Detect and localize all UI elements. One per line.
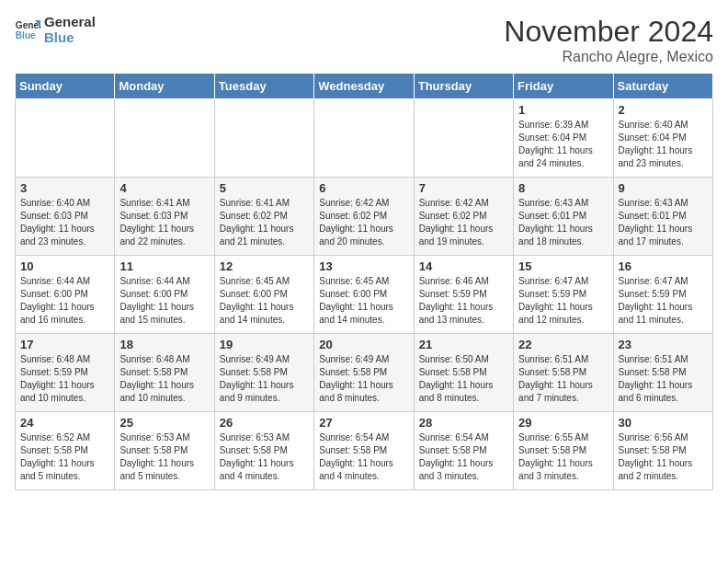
day-number: 22 [518,338,608,351]
day-number: 18 [119,338,209,351]
weekday-header-thursday: Thursday [414,74,513,99]
calendar-cell: 25Sunrise: 6:53 AM Sunset: 5:58 PM Dayli… [115,412,214,490]
calendar-cell: 15Sunrise: 6:47 AM Sunset: 5:59 PM Dayli… [514,256,613,334]
day-number: 11 [119,259,209,273]
logo-text-blue: Blue [44,30,96,46]
day-info: Sunrise: 6:40 AM Sunset: 6:03 PM Dayligh… [20,197,109,248]
logo-text-general: General [44,15,96,30]
day-number: 10 [20,259,109,273]
month-title: November 2024 [504,15,713,49]
day-number: 23 [619,338,708,351]
day-number: 17 [20,338,109,351]
day-info: Sunrise: 6:41 AM Sunset: 6:02 PM Dayligh… [220,197,309,248]
day-info: Sunrise: 6:42 AM Sunset: 6:02 PM Dayligh… [319,197,408,248]
day-info: Sunrise: 6:40 AM Sunset: 6:04 PM Dayligh… [619,119,708,170]
weekday-header-monday: Monday [115,74,214,99]
day-info: Sunrise: 6:51 AM Sunset: 5:58 PM Dayligh… [619,353,708,405]
day-number: 14 [419,259,508,273]
day-info: Sunrise: 6:49 AM Sunset: 5:58 PM Dayligh… [319,353,408,405]
day-number: 5 [220,181,309,195]
day-number: 28 [419,416,508,430]
page-header: General Blue General Blue November 2024 … [15,15,713,65]
day-info: Sunrise: 6:43 AM Sunset: 6:01 PM Dayligh… [518,197,608,248]
weekday-header-tuesday: Tuesday [214,74,313,99]
day-number: 1 [518,103,608,117]
calendar-cell: 1Sunrise: 6:39 AM Sunset: 6:04 PM Daylig… [514,99,613,178]
calendar-cell: 2Sunrise: 6:40 AM Sunset: 6:04 PM Daylig… [613,99,712,178]
calendar-cell: 16Sunrise: 6:47 AM Sunset: 5:59 PM Dayli… [613,256,712,334]
weekday-header-wednesday: Wednesday [314,74,414,99]
calendar-cell: 4Sunrise: 6:41 AM Sunset: 6:03 PM Daylig… [115,178,214,256]
calendar-cell: 13Sunrise: 6:45 AM Sunset: 6:00 PM Dayli… [314,256,414,334]
day-info: Sunrise: 6:56 AM Sunset: 5:58 PM Dayligh… [619,431,708,483]
day-info: Sunrise: 6:53 AM Sunset: 5:58 PM Dayligh… [119,431,209,483]
calendar-cell [414,99,513,178]
calendar-table: SundayMondayTuesdayWednesdayThursdayFrid… [15,73,713,490]
day-number: 6 [319,181,408,195]
day-info: Sunrise: 6:44 AM Sunset: 6:00 PM Dayligh… [119,275,209,327]
calendar-cell: 3Sunrise: 6:40 AM Sunset: 6:03 PM Daylig… [16,178,115,256]
calendar-cell: 11Sunrise: 6:44 AM Sunset: 6:00 PM Dayli… [115,256,214,334]
day-info: Sunrise: 6:48 AM Sunset: 5:59 PM Dayligh… [20,353,109,405]
day-number: 15 [518,259,608,273]
day-info: Sunrise: 6:53 AM Sunset: 5:58 PM Dayligh… [220,431,309,483]
title-block: November 2024 Rancho Alegre, Mexico [504,15,713,65]
logo-icon: General Blue [15,17,40,43]
day-number: 29 [518,416,608,430]
calendar-cell: 21Sunrise: 6:50 AM Sunset: 5:58 PM Dayli… [414,334,513,412]
weekday-header-saturday: Saturday [613,74,712,99]
weekday-header-sunday: Sunday [16,74,115,99]
calendar-cell: 12Sunrise: 6:45 AM Sunset: 6:00 PM Dayli… [214,256,313,334]
day-number: 26 [220,416,309,430]
day-info: Sunrise: 6:46 AM Sunset: 5:59 PM Dayligh… [419,275,508,327]
day-number: 27 [319,416,408,430]
day-number: 16 [619,259,708,273]
weekday-header-friday: Friday [514,74,613,99]
day-number: 2 [619,103,708,117]
calendar-cell: 30Sunrise: 6:56 AM Sunset: 5:58 PM Dayli… [613,412,712,490]
day-number: 4 [119,181,209,195]
day-info: Sunrise: 6:44 AM Sunset: 6:00 PM Dayligh… [20,275,109,327]
day-info: Sunrise: 6:54 AM Sunset: 5:58 PM Dayligh… [319,431,408,483]
calendar-cell: 17Sunrise: 6:48 AM Sunset: 5:59 PM Dayli… [16,334,115,412]
day-number: 25 [119,416,209,430]
calendar-cell: 23Sunrise: 6:51 AM Sunset: 5:58 PM Dayli… [613,334,712,412]
day-number: 19 [220,338,309,351]
calendar-cell: 26Sunrise: 6:53 AM Sunset: 5:58 PM Dayli… [214,412,313,490]
calendar-cell: 29Sunrise: 6:55 AM Sunset: 5:58 PM Dayli… [514,412,613,490]
day-info: Sunrise: 6:48 AM Sunset: 5:58 PM Dayligh… [119,353,209,405]
day-info: Sunrise: 6:45 AM Sunset: 6:00 PM Dayligh… [319,275,408,327]
calendar-cell: 24Sunrise: 6:52 AM Sunset: 5:58 PM Dayli… [16,412,115,490]
calendar-cell: 7Sunrise: 6:42 AM Sunset: 6:02 PM Daylig… [414,178,513,256]
day-number: 21 [419,338,508,351]
calendar-cell: 19Sunrise: 6:49 AM Sunset: 5:58 PM Dayli… [214,334,313,412]
day-info: Sunrise: 6:39 AM Sunset: 6:04 PM Dayligh… [518,119,608,170]
calendar-cell [214,99,313,178]
day-number: 9 [619,181,708,195]
calendar-cell: 6Sunrise: 6:42 AM Sunset: 6:02 PM Daylig… [314,178,414,256]
day-number: 8 [518,181,608,195]
calendar-cell [16,99,115,178]
day-info: Sunrise: 6:47 AM Sunset: 5:59 PM Dayligh… [619,275,708,327]
day-info: Sunrise: 6:43 AM Sunset: 6:01 PM Dayligh… [619,197,708,248]
day-info: Sunrise: 6:49 AM Sunset: 5:58 PM Dayligh… [220,353,309,405]
day-number: 7 [419,181,508,195]
day-info: Sunrise: 6:54 AM Sunset: 5:58 PM Dayligh… [419,431,508,483]
day-info: Sunrise: 6:52 AM Sunset: 5:58 PM Dayligh… [20,431,109,483]
calendar-cell: 8Sunrise: 6:43 AM Sunset: 6:01 PM Daylig… [514,178,613,256]
day-number: 13 [319,259,408,273]
day-number: 20 [319,338,408,351]
day-number: 24 [20,416,109,430]
day-number: 30 [619,416,708,430]
day-info: Sunrise: 6:41 AM Sunset: 6:03 PM Dayligh… [119,197,209,248]
calendar-cell: 20Sunrise: 6:49 AM Sunset: 5:58 PM Dayli… [314,334,414,412]
calendar-cell: 28Sunrise: 6:54 AM Sunset: 5:58 PM Dayli… [414,412,513,490]
logo: General Blue General Blue [15,15,96,45]
calendar-cell: 9Sunrise: 6:43 AM Sunset: 6:01 PM Daylig… [613,178,712,256]
calendar-cell: 27Sunrise: 6:54 AM Sunset: 5:58 PM Dayli… [314,412,414,490]
day-info: Sunrise: 6:50 AM Sunset: 5:58 PM Dayligh… [419,353,508,405]
calendar-cell: 18Sunrise: 6:48 AM Sunset: 5:58 PM Dayli… [115,334,214,412]
day-number: 3 [20,181,109,195]
day-number: 12 [220,259,309,273]
calendar-cell: 5Sunrise: 6:41 AM Sunset: 6:02 PM Daylig… [214,178,313,256]
